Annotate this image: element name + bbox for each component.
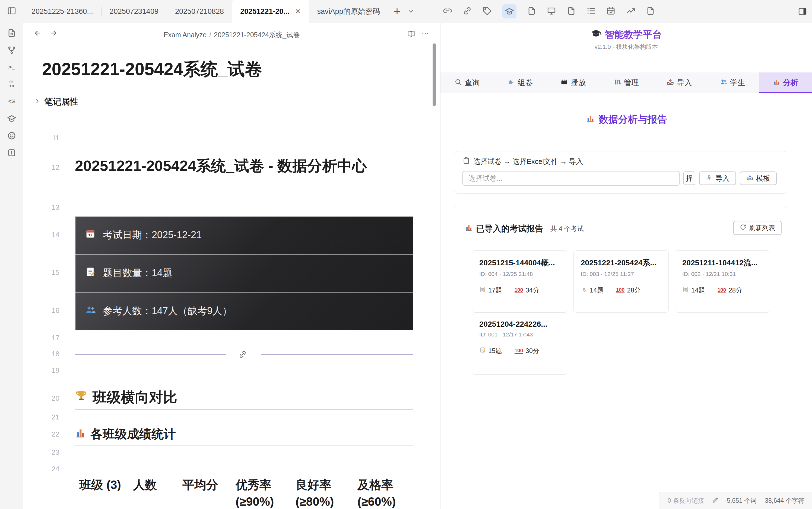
table-header-excellent: 优秀率(≥90%) bbox=[236, 476, 274, 509]
calendar-icon: 17 bbox=[85, 229, 96, 242]
note-properties-label: 笔记属性 bbox=[44, 96, 78, 107]
git-fork-icon[interactable] bbox=[7, 45, 16, 55]
memo-icon bbox=[479, 286, 486, 294]
link-icon[interactable] bbox=[463, 6, 472, 16]
pencil-icon bbox=[712, 497, 719, 505]
app-version: v2.1.0 - 模块化架构版本 bbox=[440, 43, 812, 51]
file-icon[interactable] bbox=[646, 6, 655, 16]
refresh-list-button[interactable]: 刷新列表 bbox=[733, 221, 782, 235]
file-arrow-icon[interactable] bbox=[7, 28, 16, 38]
breadcrumb-separator: / bbox=[209, 31, 211, 38]
tab-note-5[interactable]: saviApp的原始密码 bbox=[309, 0, 388, 23]
template-icon[interactable] bbox=[7, 97, 16, 106]
obsidian-window: 20251225-21360... 202507231409 202507210… bbox=[0, 0, 812, 509]
tab-students[interactable]: 学生 bbox=[706, 72, 759, 93]
hundred-points-icon bbox=[514, 348, 523, 354]
participants-text: 参考人数：147人（缺考9人） bbox=[103, 304, 232, 318]
question-count-text: 题目数量：14题 bbox=[103, 266, 172, 280]
exam-select-input[interactable] bbox=[463, 171, 680, 185]
close-icon[interactable]: ✕ bbox=[295, 8, 301, 15]
reading-mode-icon[interactable] bbox=[407, 30, 415, 39]
heading-rule bbox=[75, 445, 413, 445]
panel-divider bbox=[451, 141, 802, 141]
report-card[interactable]: 20251221-205424系... ID: 003 · 12/25 11:2… bbox=[573, 250, 669, 312]
report-card[interactable]: 20251215-144004概... ID: 004 · 12/25 21:4… bbox=[472, 250, 567, 312]
search-icon bbox=[454, 78, 462, 88]
table-header-pass: 及格率(≥60%) bbox=[358, 476, 396, 509]
tab-note-active[interactable]: 20251221-20... ✕ bbox=[232, 0, 309, 23]
terminal-icon[interactable] bbox=[7, 62, 16, 72]
score-badge: 28分 bbox=[616, 286, 641, 295]
tab-compose[interactable]: 组卷 bbox=[494, 72, 547, 93]
section-heading-class-stats: 各班级成绩统计 bbox=[75, 426, 176, 442]
file-icon[interactable] bbox=[527, 6, 536, 16]
line-number: 20 bbox=[32, 394, 60, 403]
score-badge: 30分 bbox=[514, 346, 539, 355]
tab-bar: 20251225-21360... 202507231409 202507210… bbox=[0, 0, 812, 23]
chevron-right-icon bbox=[34, 98, 41, 106]
graduation-cap-icon bbox=[591, 29, 601, 41]
import-button[interactable]: 导入 bbox=[699, 171, 736, 185]
puzzle-icon bbox=[507, 78, 515, 88]
line-number: 11 bbox=[32, 134, 60, 142]
exam-date-text: 考试日期：2025-12-21 bbox=[103, 229, 202, 242]
tab-analysis[interactable]: 分析 bbox=[759, 72, 812, 93]
graduation-cap-icon[interactable] bbox=[502, 4, 516, 19]
toolbar-plugin-icons bbox=[443, 0, 655, 23]
graduation-cap-icon[interactable] bbox=[7, 114, 16, 124]
line-number: 16 bbox=[32, 306, 60, 315]
backlinks-count[interactable]: 0 条反向链接 bbox=[668, 497, 704, 505]
trending-up-icon[interactable] bbox=[626, 6, 635, 16]
select-file-button[interactable]: 择 bbox=[683, 171, 695, 185]
tab-query[interactable]: 查询 bbox=[440, 72, 494, 93]
tab-play[interactable]: 播放 bbox=[547, 72, 600, 93]
scrollbar-thumb[interactable] bbox=[433, 43, 436, 106]
line-number: 21 bbox=[32, 413, 60, 421]
chart-icon bbox=[75, 427, 86, 441]
svg-text:17: 17 bbox=[89, 233, 93, 237]
report-card[interactable]: 20251211-104412流... ID: 002 · 12/21 10:3… bbox=[675, 250, 770, 312]
report-card[interactable]: 20251204-224226... ID: 001 · 12/17 17:43… bbox=[472, 312, 567, 375]
line-number: 18 bbox=[32, 350, 60, 358]
smiley-icon[interactable] bbox=[7, 131, 16, 140]
line-number: 22 bbox=[32, 430, 60, 438]
tab-note-1[interactable]: 20251225-21360... bbox=[23, 0, 101, 23]
line-number: 12 bbox=[32, 163, 60, 172]
memo-icon bbox=[479, 347, 486, 355]
breadcrumb-section[interactable]: Exam Analyze bbox=[164, 31, 206, 38]
new-tab-button[interactable]: + bbox=[388, 6, 406, 17]
file-icon[interactable] bbox=[567, 6, 576, 16]
breadcrumb-page[interactable]: 20251221-205424系统_试卷 bbox=[214, 31, 300, 38]
tab-manage[interactable]: 管理 bbox=[600, 72, 653, 93]
calendar-check-icon[interactable] bbox=[606, 6, 615, 16]
questions-badge: 17题 bbox=[479, 286, 502, 295]
line-number: 14 bbox=[32, 231, 60, 239]
reports-title: 已导入的考试报告 bbox=[465, 223, 543, 234]
word-count: 5,651 个词 bbox=[727, 497, 757, 505]
status-bar: 0 条反向链接 5,651 个词 38,644 个字符 bbox=[659, 492, 812, 509]
unlink-icon[interactable] bbox=[443, 6, 452, 16]
tab-note-3[interactable]: 202507210828 bbox=[167, 0, 232, 23]
workspace-tabs: 20251225-21360... 202507231409 202507210… bbox=[23, 0, 416, 23]
editor-pane: Exam Analyze/20251221-205424系统_试卷 202512… bbox=[23, 23, 440, 509]
list-icon[interactable] bbox=[586, 6, 596, 16]
tag-icon[interactable] bbox=[482, 6, 492, 16]
panel-left-toggle-icon[interactable] bbox=[7, 6, 16, 16]
memo-icon bbox=[581, 286, 587, 294]
panel-right-toggle-icon[interactable] bbox=[798, 7, 807, 17]
monitor-icon[interactable] bbox=[547, 6, 556, 16]
line-number: 13 bbox=[32, 203, 60, 212]
inbox-icon bbox=[667, 78, 674, 88]
numbered-list-icon[interactable] bbox=[7, 79, 16, 89]
tab-import[interactable]: 导入 bbox=[653, 72, 706, 93]
more-options-icon[interactable] bbox=[421, 30, 429, 39]
note-properties-toggle[interactable]: 笔记属性 bbox=[34, 96, 78, 107]
tab-note-2[interactable]: 202507231409 bbox=[102, 0, 167, 23]
questions-badge: 14题 bbox=[682, 286, 705, 295]
template-button[interactable]: 模板 bbox=[740, 171, 777, 185]
editor-scrollbar[interactable] bbox=[433, 43, 436, 509]
box-icon[interactable] bbox=[7, 148, 16, 158]
rocket-icon bbox=[706, 174, 713, 183]
app-title: 智能教学平台 bbox=[440, 28, 812, 41]
chevron-down-icon[interactable] bbox=[406, 8, 416, 15]
